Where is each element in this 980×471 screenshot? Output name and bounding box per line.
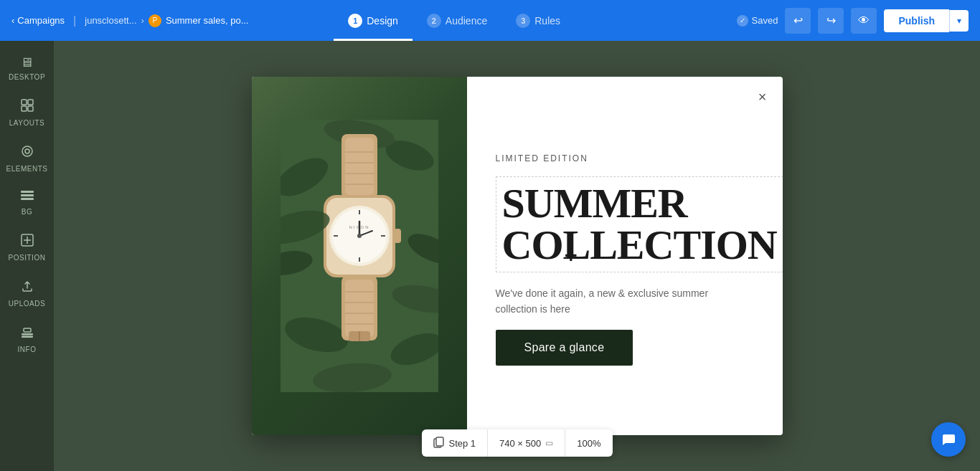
powered-by-label: Powered by Adoric (484, 415, 550, 424)
svg-rect-13 (22, 336, 33, 338)
svg-point-5 (25, 149, 29, 153)
cta-button[interactable]: Spare a glance (496, 330, 633, 366)
popup-close-button[interactable]: × (753, 87, 773, 107)
display-icon: ▭ (545, 438, 553, 448)
sidebar-item-position[interactable]: POSITION (4, 226, 50, 269)
canvas-area: × (54, 41, 980, 471)
step-copy-icon (433, 437, 444, 450)
svg-rect-44 (345, 280, 374, 337)
nav-right-controls: ✓ Saved ↩ ↪ 👁 Publish ▾ (737, 8, 969, 34)
svg-rect-8 (21, 198, 34, 200)
saved-status: ✓ Saved (737, 15, 778, 27)
tab-audience[interactable]: 2 Audience (413, 0, 501, 41)
chat-icon (941, 432, 956, 447)
tab-design[interactable]: 1 Design (334, 0, 413, 41)
sidebar-item-bg[interactable]: BG (4, 183, 50, 223)
title-line1: SUMMER (502, 183, 777, 224)
redo-button[interactable]: ↪ (818, 8, 844, 34)
breadcrumb: junsclosett... › P Summer sales, po... (85, 14, 248, 27)
uploads-icon (20, 279, 34, 297)
elements-icon (20, 144, 34, 162)
step-label: Step 1 (448, 438, 476, 449)
layouts-icon (20, 98, 34, 116)
campaigns-link[interactable]: Campaigns (17, 15, 65, 26)
back-chevron-icon: ‹ (11, 15, 14, 26)
step-tabs: 1 Design 2 Audience 3 Rules (334, 0, 575, 41)
svg-text:NIXON: NIXON (349, 225, 369, 229)
saved-check-icon: ✓ (737, 15, 748, 27)
sidebar-bg-label: BG (22, 208, 32, 216)
back-to-campaigns[interactable]: ‹ Campaigns (11, 15, 65, 26)
publish-dropdown-button[interactable]: ▾ (949, 10, 969, 32)
svg-rect-12 (22, 333, 33, 336)
svg-rect-0 (22, 100, 27, 105)
watch-illustration: NIXON (281, 120, 438, 392)
sidebar-uploads-label: UPLOADS (9, 300, 45, 308)
sidebar-item-elements[interactable]: ELEMENTS (4, 137, 50, 180)
svg-rect-2 (22, 106, 27, 111)
svg-rect-54 (435, 437, 443, 446)
position-icon (20, 233, 34, 251)
saved-label: Saved (752, 15, 778, 26)
page-type-icon: P (149, 14, 161, 27)
svg-rect-3 (28, 106, 33, 111)
bg-icon (20, 190, 34, 205)
undo-button[interactable]: ↩ (785, 8, 811, 34)
breadcrumb-current-page[interactable]: Summer sales, po... (166, 15, 249, 26)
svg-rect-25 (345, 138, 374, 195)
svg-rect-6 (21, 191, 34, 193)
sidebar-info-label: INFO (18, 346, 37, 353)
sidebar-item-layouts[interactable]: LAYOUTS (4, 91, 50, 134)
left-sidebar: 🖥 DESKTOP LAYOUTS ELEMENTS (0, 41, 54, 471)
desktop-icon: 🖥 (20, 55, 34, 70)
sidebar-layouts-label: LAYOUTS (9, 119, 44, 127)
tab-design-label: Design (367, 15, 398, 27)
zoom-level[interactable]: 100% (565, 429, 612, 457)
popup-image-panel: NIXON (252, 77, 467, 435)
dimensions-value: 740 × 500 (499, 438, 541, 449)
svg-rect-7 (21, 194, 34, 196)
sidebar-position-label: POSITION (9, 254, 46, 262)
tab-rules[interactable]: 3 Rules (501, 0, 575, 41)
tab-design-num: 1 (348, 14, 362, 28)
preview-button[interactable]: 👁 (851, 8, 877, 34)
svg-point-40 (357, 234, 362, 238)
tab-rules-num: 3 (516, 14, 530, 28)
sidebar-desktop-label: DESKTOP (9, 73, 45, 81)
svg-rect-14 (24, 328, 31, 332)
chat-button[interactable] (931, 422, 966, 457)
sidebar-item-desktop[interactable]: 🖥 DESKTOP (4, 48, 50, 88)
svg-rect-42 (394, 229, 401, 243)
publish-group: Publish ▾ (884, 9, 969, 32)
sidebar-item-uploads[interactable]: UPLOADS (4, 272, 50, 315)
title-line2: COLLECTION (502, 224, 777, 266)
sidebar-elements-label: ELEMENTS (6, 165, 48, 173)
top-navigation: ‹ Campaigns | junsclosett... › P Summer … (0, 0, 980, 41)
step-controls: Step 1 740 × 500 ▭ 100% (421, 429, 612, 457)
breadcrumb-campaign[interactable]: junsclosett... (85, 15, 136, 26)
watch-background-image: NIXON (252, 77, 467, 435)
zoom-value: 100% (577, 438, 600, 449)
bottom-bar: Powered by Adoric Step 1 740 × 500 ▭ (421, 415, 612, 457)
popup-modal: × (252, 77, 783, 435)
popup-description: We've done it again, a new & exclusive s… (496, 285, 711, 318)
svg-rect-1 (28, 100, 33, 105)
tab-rules-label: Rules (534, 15, 560, 27)
svg-point-4 (22, 146, 32, 156)
summer-collection-title[interactable]: SUMMER COLLECTION ✛ (496, 176, 783, 272)
publish-button[interactable]: Publish (884, 9, 949, 32)
tab-audience-label: Audience (446, 15, 487, 27)
tab-audience-num: 2 (427, 14, 441, 28)
popup-content-panel: LIMITED EDITION SUMMER COLLECTION ✛ We'v… (467, 77, 783, 435)
canvas-dimensions: 740 × 500 ▭ (488, 429, 565, 457)
step-indicator[interactable]: Step 1 (421, 429, 488, 457)
sidebar-item-info[interactable]: INFO (4, 318, 50, 361)
nav-separator: | (73, 14, 76, 27)
limited-edition-label: LIMITED EDITION (496, 153, 783, 163)
breadcrumb-chevron-icon: › (141, 15, 144, 26)
info-icon (20, 325, 34, 343)
main-layout: 🖥 DESKTOP LAYOUTS ELEMENTS (0, 41, 980, 471)
